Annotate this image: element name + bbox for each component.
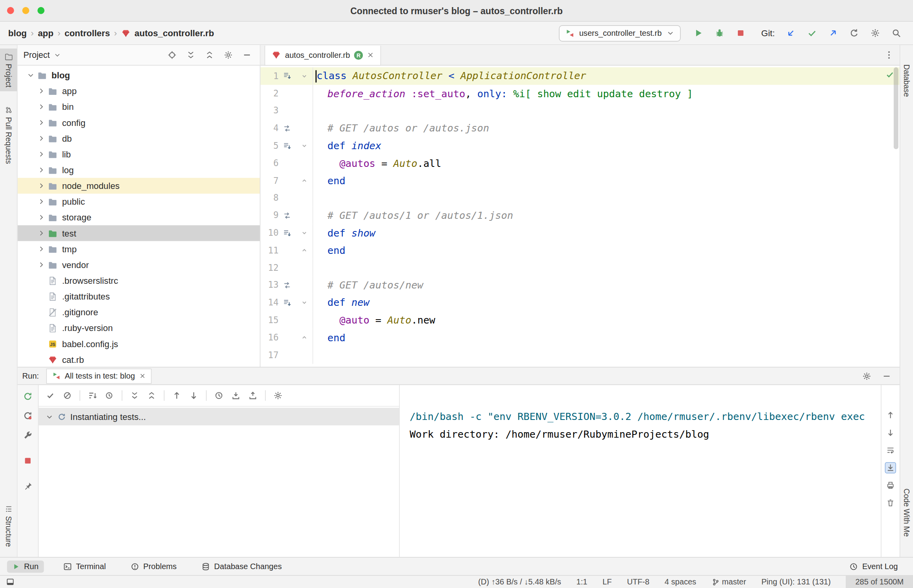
indent-style[interactable]: 4 spaces xyxy=(665,577,696,586)
gutter-actions-icon[interactable] xyxy=(279,229,296,237)
tree-item-test[interactable]: test xyxy=(18,225,260,241)
chevron-right-icon[interactable] xyxy=(36,214,46,221)
collapse-all-button[interactable] xyxy=(205,50,214,60)
tool-stripe-structure[interactable]: Structure xyxy=(0,501,17,551)
caret-position[interactable]: 1:1 xyxy=(577,577,588,586)
line-number[interactable]: 14 xyxy=(261,298,279,308)
expand-all-button[interactable] xyxy=(186,50,196,60)
rerun-failed-tests-button[interactable] xyxy=(23,411,33,421)
gutter-actions-icon[interactable] xyxy=(279,72,296,80)
project-panel-title[interactable]: Project xyxy=(23,50,50,60)
pin-tab-button[interactable] xyxy=(23,481,33,491)
editor-code-area[interactable]: 1class AutosController < ApplicationCont… xyxy=(261,65,900,367)
previous-failed-test-button[interactable] xyxy=(172,391,181,400)
chevron-right-icon[interactable] xyxy=(36,182,46,189)
line-number[interactable]: 1 xyxy=(261,71,279,81)
tool-window-database-changes[interactable]: Database Changes xyxy=(196,560,287,572)
tool-window-terminal[interactable]: Terminal xyxy=(58,560,111,572)
test-tree[interactable]: Instantiating tests... xyxy=(39,407,399,557)
git-push-button[interactable] xyxy=(824,24,842,42)
gutter-actions-icon[interactable] xyxy=(279,298,296,307)
git-update-button[interactable] xyxy=(782,24,800,42)
tree-item-.ruby-version[interactable]: .ruby-version xyxy=(18,320,260,336)
tree-item-storage[interactable]: storage xyxy=(18,209,260,225)
event-log-button[interactable]: Event Log xyxy=(844,560,906,572)
git-branch-widget[interactable]: master xyxy=(712,577,746,586)
breadcrumb-file[interactable]: autos_controller.rb xyxy=(135,28,214,38)
git-commit-button[interactable] xyxy=(803,24,821,42)
line-number[interactable]: 13 xyxy=(261,280,279,290)
chevron-right-icon[interactable] xyxy=(36,135,46,142)
tool-window-run[interactable]: Run xyxy=(7,560,44,572)
line-number[interactable]: 11 xyxy=(261,245,279,256)
test-toolbar-settings-button[interactable] xyxy=(274,391,283,400)
import-test-results-button[interactable] xyxy=(231,391,240,400)
chevron-down-icon[interactable] xyxy=(26,71,35,79)
tool-stripe-database[interactable]: Database xyxy=(900,60,913,101)
test-settings-button[interactable] xyxy=(23,430,33,440)
git-rollback-button[interactable] xyxy=(845,24,863,42)
breadcrumb-controllers[interactable]: controllers xyxy=(65,28,110,38)
tree-item-babel.config.js[interactable]: JSbabel.config.js xyxy=(18,336,260,351)
line-number[interactable]: 9 xyxy=(261,210,279,221)
next-failed-test-button[interactable] xyxy=(189,391,198,400)
gutter-route-icon[interactable] xyxy=(279,124,296,133)
tree-item-.gitattributes[interactable]: .gitattributes xyxy=(18,288,260,304)
line-number[interactable]: 16 xyxy=(261,332,279,343)
tree-item-bin[interactable]: bin xyxy=(18,99,260,115)
breadcrumb-blog[interactable]: blog xyxy=(8,28,27,38)
gutter-route-icon[interactable] xyxy=(279,281,296,289)
tree-item-lib[interactable]: lib xyxy=(18,146,260,162)
show-passed-button[interactable] xyxy=(46,391,55,400)
stop-button[interactable] xyxy=(732,24,750,42)
run-console[interactable]: /bin/bash -c "env RBENV_VERSION=3.0.2 /h… xyxy=(400,385,881,557)
stop-process-button[interactable] xyxy=(23,456,33,466)
chevron-right-icon[interactable] xyxy=(36,87,46,94)
line-number[interactable]: 2 xyxy=(261,88,279,99)
search-everywhere-button[interactable] xyxy=(887,24,905,42)
fold-marker-icon[interactable] xyxy=(296,242,313,259)
tree-item-config[interactable]: config xyxy=(18,115,260,130)
line-number[interactable]: 4 xyxy=(261,123,279,134)
chevron-right-icon[interactable] xyxy=(36,150,46,158)
tree-item-vendor[interactable]: vendor xyxy=(18,257,260,273)
tree-item-blog[interactable]: blog xyxy=(18,67,260,83)
tree-item-app[interactable]: app xyxy=(18,83,260,99)
gutter-route-icon[interactable] xyxy=(279,211,296,220)
chevron-right-icon[interactable] xyxy=(36,261,46,268)
chevron-right-icon[interactable] xyxy=(36,166,46,174)
breadcrumb-app[interactable]: app xyxy=(38,28,54,38)
tree-item-.browserslistrc[interactable]: .browserslistrc xyxy=(18,273,260,288)
chevron-right-icon[interactable] xyxy=(36,119,46,126)
editor-scrollbar[interactable] xyxy=(894,67,898,149)
rerun-tests-button[interactable] xyxy=(23,392,33,401)
tree-item-public[interactable]: public xyxy=(18,194,260,209)
fold-marker-icon[interactable] xyxy=(296,329,313,346)
fold-marker-icon[interactable] xyxy=(296,67,313,85)
tree-item-db[interactable]: db xyxy=(18,131,260,146)
chevron-right-icon[interactable] xyxy=(36,245,46,253)
chevron-down-icon[interactable] xyxy=(46,413,53,420)
sort-by-duration-button[interactable] xyxy=(105,391,114,400)
fold-marker-icon[interactable] xyxy=(296,172,313,189)
line-number[interactable]: 10 xyxy=(261,227,279,238)
run-tab-all-tests[interactable]: All tests in test: blog xyxy=(46,368,152,384)
settings-button[interactable] xyxy=(866,24,884,42)
line-separator[interactable]: LF xyxy=(603,577,612,586)
run-configuration-select[interactable]: users_controller_test.rb xyxy=(559,25,680,41)
export-test-results-button[interactable] xyxy=(248,391,258,400)
tree-item-cat.rb[interactable]: cat.rb xyxy=(18,351,260,367)
line-number[interactable]: 12 xyxy=(261,263,279,273)
chevron-right-icon[interactable] xyxy=(36,198,46,205)
run-panel-settings-button[interactable] xyxy=(862,371,872,381)
scroll-down-button[interactable] xyxy=(886,428,895,437)
toggle-tool-stripes-button[interactable] xyxy=(6,577,15,586)
tree-item-node_modules[interactable]: node_modules xyxy=(18,178,260,194)
inspections-ok-icon[interactable] xyxy=(885,70,894,79)
tool-stripe-code-with-me[interactable]: Code With Me xyxy=(900,484,913,540)
chevron-right-icon[interactable] xyxy=(36,229,46,237)
file-encoding[interactable]: UTF-8 xyxy=(627,577,649,586)
tree-item-log[interactable]: log xyxy=(18,162,260,178)
expand-all-tests-button[interactable] xyxy=(130,391,139,400)
hide-run-panel-button[interactable] xyxy=(882,371,891,381)
